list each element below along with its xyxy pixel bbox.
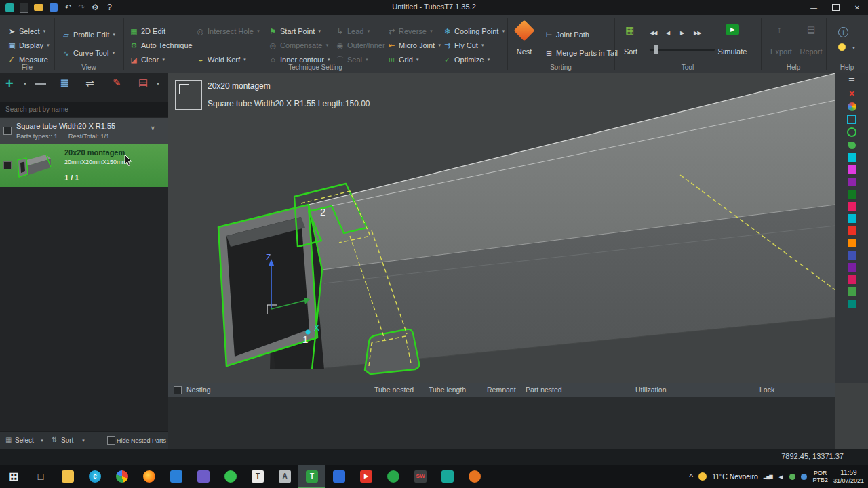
report-button[interactable]: Report	[797, 47, 825, 56]
teal-app-icon[interactable]	[434, 465, 461, 488]
2d-edit-button[interactable]: ▦2D Edit	[129, 26, 165, 37]
tray-volume-icon[interactable]: ◄	[778, 473, 785, 481]
sort-button[interactable]: Sort	[618, 47, 643, 56]
color-swatch[interactable]	[848, 190, 856, 199]
column-tube-length[interactable]: Tube length	[429, 386, 466, 394]
merge-parts-button[interactable]: ⊞Merge Parts in Tail	[544, 47, 618, 58]
color-swatch[interactable]	[848, 202, 856, 211]
profile-edit-button[interactable]: ▱Profile Edit	[61, 29, 116, 40]
start-button[interactable]: ⊞	[0, 465, 27, 488]
weather-text[interactable]: 11°C Nevoeiro	[712, 472, 758, 481]
edge-browser-icon[interactable]: e	[81, 465, 108, 488]
close-button[interactable]: ✕	[846, 0, 868, 15]
fly-cut-button[interactable]: ⇉Fly Cut	[442, 40, 485, 51]
purple-app-icon[interactable]	[190, 465, 217, 488]
column-lock[interactable]: Lock	[760, 386, 774, 394]
palette-icon[interactable]	[847, 102, 856, 111]
cad-app-icon[interactable]: A	[271, 465, 298, 488]
redo-icon[interactable]: ↷	[76, 2, 87, 13]
color-swatch[interactable]	[848, 153, 856, 162]
viewport-3d[interactable]: Z X 2 1 20x20 montagem Square tube Width…	[168, 73, 835, 383]
select-button[interactable]: ➤Select	[7, 26, 47, 37]
color-swatch[interactable]	[848, 178, 856, 186]
help-icon[interactable]: ?	[104, 2, 115, 13]
tray-chevron-up-icon[interactable]: ^	[689, 473, 693, 481]
chevron-down-icon[interactable]	[852, 46, 856, 50]
collapse-chevron-icon[interactable]: ∨	[151, 125, 155, 131]
clock[interactable]: 11:59 31/07/2021	[833, 469, 864, 484]
brush-edit-icon[interactable]: ✎	[113, 77, 121, 89]
edit-list-icon[interactable]: ▤	[138, 77, 148, 89]
open-folder-icon[interactable]	[33, 2, 44, 13]
display-button[interactable]: ▣Display	[7, 40, 50, 51]
green-chat-app-icon[interactable]	[217, 465, 244, 488]
color-swatch[interactable]	[848, 239, 856, 247]
column-utilization[interactable]: Utilization	[635, 386, 667, 394]
solidworks-icon[interactable]: SW	[407, 465, 434, 488]
micro-joint-button[interactable]: ⇤Micro Joint	[387, 40, 441, 51]
circle-tool-icon[interactable]	[847, 127, 856, 137]
part-list-item[interactable]: 20x20 montagem 20mmX20mmX150mm 1 / 1	[0, 144, 168, 187]
language-indicator[interactable]: POR PTB2	[812, 470, 828, 484]
green-app-icon[interactable]	[380, 465, 407, 488]
color-swatch[interactable]	[848, 165, 856, 174]
color-swatch[interactable]	[848, 251, 856, 260]
step-forward-button[interactable]: ▶	[680, 30, 684, 36]
save-icon[interactable]	[47, 2, 59, 13]
simulate-button[interactable]: Simulate	[717, 47, 747, 56]
outer-inner-button[interactable]: ◉Outer/Inner	[335, 40, 385, 51]
lead-button[interactable]: ↳Lead	[335, 26, 370, 37]
leaf-icon[interactable]	[847, 140, 856, 150]
chevron-down-icon[interactable]	[23, 82, 27, 86]
layers-list-icon[interactable]: ≣	[60, 76, 69, 90]
group-checkbox[interactable]	[3, 127, 12, 135]
curve-tool-button[interactable]: ∿Curve Tool	[61, 47, 115, 58]
export-icon[interactable]: ↑	[777, 24, 782, 35]
column-part-nested[interactable]: Part nested	[526, 386, 562, 394]
mic-recorder-icon[interactable]	[461, 465, 488, 488]
taskview-button[interactable]: □	[27, 465, 54, 488]
footer-sort-button[interactable]: Sort	[61, 436, 73, 444]
maximize-button[interactable]	[825, 0, 846, 15]
hide-nested-checkbox[interactable]	[107, 436, 115, 445]
remove-part-button[interactable]	[35, 83, 46, 85]
minimize-button[interactable]: —	[803, 0, 825, 15]
adjust-filter-icon[interactable]: ☰	[847, 76, 856, 85]
close-icon[interactable]: ✕	[847, 89, 856, 98]
footer-select-button[interactable]: Select	[15, 436, 34, 444]
vscode-icon[interactable]	[163, 465, 190, 488]
tray-cloud-icon[interactable]	[801, 474, 807, 480]
color-swatch[interactable]	[848, 214, 856, 223]
slider-handle[interactable]	[654, 45, 658, 54]
video-app-icon[interactable]: ▶	[353, 465, 380, 488]
part-group-header[interactable]: Square tube Width20 X R1.55 Parts types:…	[0, 118, 168, 144]
undo-icon[interactable]: ↶	[62, 2, 74, 13]
auto-technique-button[interactable]: ⚙Auto Technique	[129, 40, 193, 51]
part-checkbox[interactable]	[3, 161, 12, 169]
cooling-point-button[interactable]: ❄Cooling Point	[442, 26, 505, 37]
color-swatch[interactable]	[848, 275, 856, 284]
step-back-button[interactable]: ◀	[666, 30, 669, 36]
color-swatch[interactable]	[848, 263, 856, 272]
color-swatch[interactable]	[848, 287, 856, 296]
sort-icon[interactable]: ▦	[625, 24, 634, 35]
column-tube-nested[interactable]: Tube nested	[374, 386, 414, 394]
letter-t-app-icon[interactable]: T	[244, 465, 271, 488]
firefox-browser-icon[interactable]	[136, 465, 163, 488]
compensate-button[interactable]: ◎Compensate	[268, 40, 329, 51]
lightbulb-icon[interactable]	[838, 43, 846, 51]
report-icon[interactable]: ▤	[807, 24, 815, 35]
blue-app-icon[interactable]	[326, 465, 353, 488]
simulation-slider[interactable]	[650, 49, 715, 51]
skip-start-button[interactable]: ◀◀	[650, 30, 656, 36]
export-button[interactable]: Export	[768, 47, 795, 56]
settings-gear-icon[interactable]: ⚙	[90, 2, 101, 13]
skip-end-button[interactable]: ▶▶	[694, 30, 701, 36]
add-part-button[interactable]: +	[5, 76, 14, 92]
file-explorer-icon[interactable]	[54, 465, 81, 488]
info-icon[interactable]: i	[838, 27, 848, 37]
new-file-icon[interactable]	[18, 2, 30, 13]
intersect-hole-button[interactable]: ◎Intersect Hole	[195, 26, 260, 37]
chevron-down-icon[interactable]	[156, 82, 160, 86]
table-select-all-checkbox[interactable]	[174, 386, 182, 394]
